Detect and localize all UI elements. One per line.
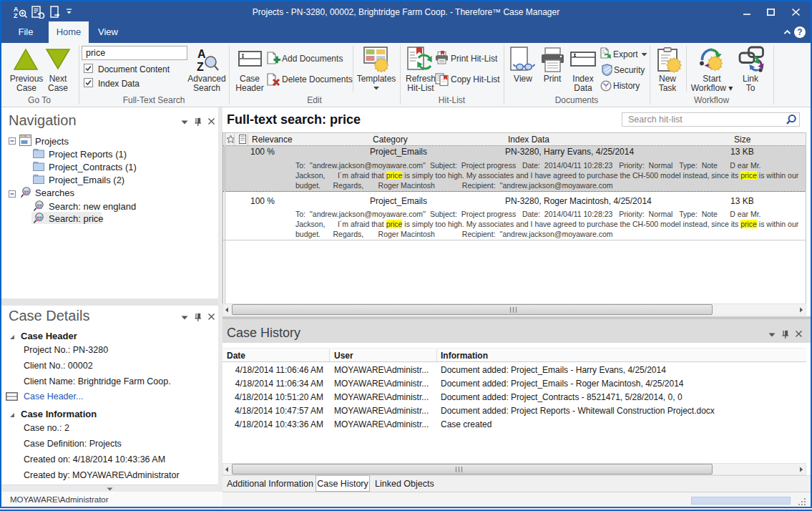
svg-text:A: A <box>197 48 206 60</box>
svg-text:Z: Z <box>197 61 204 73</box>
